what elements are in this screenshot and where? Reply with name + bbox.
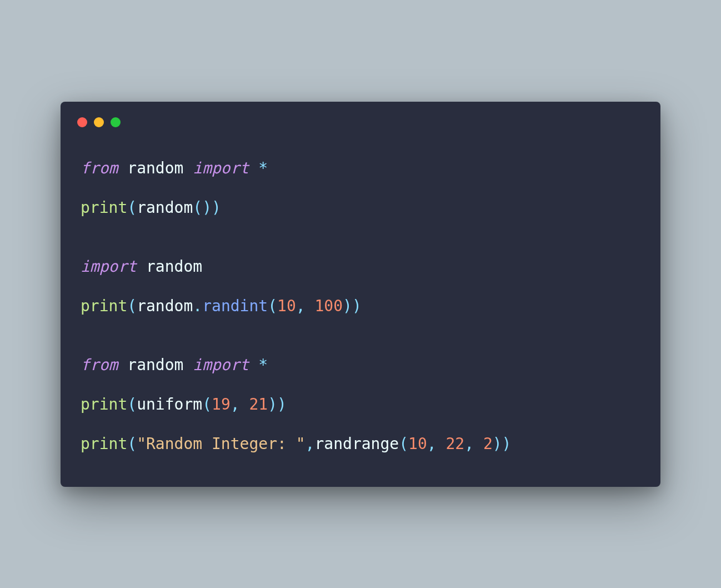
code-token: ( xyxy=(202,395,212,413)
code-token: . xyxy=(193,297,202,315)
code-token: ( xyxy=(399,435,408,453)
code-token: 10 xyxy=(408,435,427,453)
code-token: 10 xyxy=(277,297,296,315)
code-token xyxy=(249,356,258,374)
code-token: , xyxy=(231,395,249,413)
code-line: from random import * xyxy=(81,355,640,375)
code-token: random xyxy=(118,356,193,374)
code-token: print xyxy=(81,198,127,217)
code-token: randint xyxy=(202,297,268,315)
code-token xyxy=(249,159,258,177)
traffic-lights xyxy=(77,117,640,127)
code-token: "Random Integer: " xyxy=(137,435,305,453)
code-token: , xyxy=(464,435,483,453)
code-token: * xyxy=(258,159,268,177)
code-token: ( xyxy=(268,297,277,315)
code-token: import xyxy=(193,159,249,177)
code-line xyxy=(81,336,90,355)
code-line: print(uniform(19, 21)) xyxy=(81,395,640,414)
code-token: print xyxy=(81,297,127,315)
code-token: uniform xyxy=(137,395,202,413)
code-token: )) xyxy=(343,297,362,315)
zoom-icon[interactable] xyxy=(111,117,121,127)
code-token: import xyxy=(193,356,249,374)
code-token: )) xyxy=(493,435,512,453)
code-token: ()) xyxy=(193,198,221,217)
code-token: , xyxy=(427,435,446,453)
code-editor-window: from random import *print(random()) impo… xyxy=(61,102,660,487)
code-token: 19 xyxy=(212,395,231,413)
code-token: , xyxy=(296,297,315,315)
code-token: random xyxy=(137,257,202,276)
code-token: * xyxy=(258,356,268,374)
code-token: 21 xyxy=(249,395,268,413)
code-line: print(random()) xyxy=(81,198,640,217)
code-token: random xyxy=(118,159,193,177)
code-line: print(random.randint(10, 100)) xyxy=(81,296,640,316)
code-line: from random import * xyxy=(81,158,640,178)
code-token: random xyxy=(137,198,193,217)
code-token: 100 xyxy=(314,297,343,315)
code-token: from xyxy=(81,159,118,177)
code-token: )) xyxy=(268,395,287,413)
minimize-icon[interactable] xyxy=(94,117,104,127)
code-token: randrange xyxy=(314,435,399,453)
code-token: ( xyxy=(127,395,137,413)
code-token: print xyxy=(81,395,127,413)
code-line xyxy=(81,238,90,256)
code-token: from xyxy=(81,356,118,374)
code-token: ( xyxy=(127,297,137,315)
code-token: ( xyxy=(127,198,137,217)
code-block: from random import *print(random()) impo… xyxy=(81,158,640,454)
code-token: random xyxy=(137,297,193,315)
code-token: print xyxy=(81,435,127,453)
code-token: 2 xyxy=(483,435,493,453)
code-line: import random xyxy=(81,257,640,276)
code-token: 22 xyxy=(445,435,464,453)
code-token: import xyxy=(81,257,137,276)
code-token: ( xyxy=(127,435,137,453)
code-line: print("Random Integer: ",randrange(10, 2… xyxy=(81,434,640,454)
code-token: , xyxy=(306,435,315,453)
close-icon[interactable] xyxy=(77,117,87,127)
